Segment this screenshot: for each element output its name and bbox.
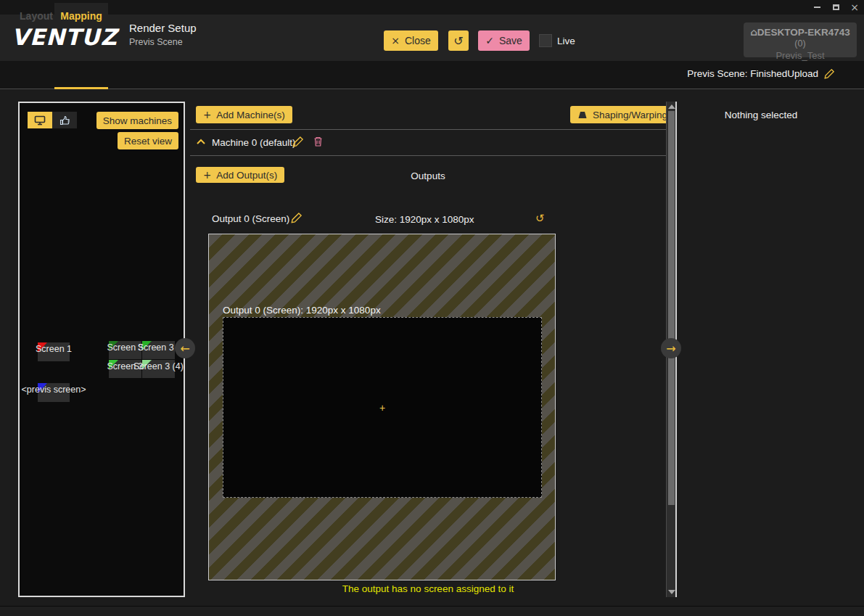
tab-mapping[interactable]: Mapping xyxy=(54,3,108,28)
screen-tile-screen3-d[interactable]: Screen 3 (4) xyxy=(142,360,175,378)
arrow-right-icon: → xyxy=(666,342,675,356)
screen-tile-label: <previs screen> xyxy=(22,385,86,395)
screen-tile-screen1[interactable]: Screen 1 xyxy=(38,342,70,361)
save-button[interactable]: ✓ Save xyxy=(478,30,530,51)
close-window-button[interactable]: × xyxy=(845,0,864,15)
output-size: Size: 1920px x 1080px xyxy=(375,214,474,225)
screen-tile-label: Screen 3 (4) xyxy=(133,361,184,371)
scroll-up-icon[interactable] xyxy=(668,104,675,109)
keystone-icon xyxy=(577,110,588,120)
page-subtitle: Previs Scene xyxy=(129,37,183,47)
scroll-down-icon[interactable] xyxy=(668,590,675,594)
outputs-section-title: Outputs xyxy=(190,171,666,181)
window-titlebar: × xyxy=(0,0,864,15)
monitor-icon xyxy=(34,115,46,126)
pan-left-button[interactable]: ← xyxy=(175,338,195,358)
shaping-warping-label: Shaping/Warping xyxy=(593,110,667,120)
output-warning-message: The output has no screen assigned to it xyxy=(190,583,666,594)
screen-tile-label: Screen 1 xyxy=(36,344,72,354)
machine-status-card[interactable]: ⌂DESKTOP-EKR4743 (0) Previs_Test xyxy=(744,22,857,57)
save-button-label: Save xyxy=(499,35,522,46)
close-icon: × xyxy=(850,2,859,12)
check-icon: ✓ xyxy=(485,35,494,46)
machine-name: Machine 0 (default) xyxy=(212,137,296,148)
edit-scene-icon[interactable] xyxy=(824,68,835,79)
screen-tile-label: Screen 3 ( xyxy=(138,342,180,353)
center-crosshair-icon: + xyxy=(379,402,385,414)
collapse-machine-button[interactable] xyxy=(196,139,206,145)
separator xyxy=(190,155,666,156)
scrollbar-thumb[interactable] xyxy=(668,111,675,505)
output-name: Output 0 (Screen) xyxy=(212,213,289,224)
window-bottom-edge xyxy=(0,606,864,616)
thumbs-up-view-toggle[interactable] xyxy=(52,112,77,128)
machine-count: (0) xyxy=(794,38,805,49)
chevron-up-icon xyxy=(196,139,206,145)
home-icon: ⌂ xyxy=(750,26,757,38)
arrow-left-icon: ← xyxy=(180,342,189,356)
refresh-button[interactable]: ↺ xyxy=(448,30,469,51)
show-machines-button[interactable]: Show machines xyxy=(96,112,178,129)
close-x-icon: × xyxy=(391,35,400,46)
delete-machine-icon[interactable] xyxy=(313,136,324,147)
machine-host: DESKTOP-EKR4743 xyxy=(757,27,850,38)
preview-mode-toggle xyxy=(28,112,77,128)
screen-tile-screen3-b[interactable]: Screen 3 ( xyxy=(142,341,175,359)
scene-banner: Previs Scene: FinishedUpload xyxy=(687,68,835,79)
close-button-label: Close xyxy=(405,35,431,46)
maximize-button[interactable] xyxy=(826,0,845,15)
output-screen-rect[interactable]: + xyxy=(223,317,542,498)
scene-banner-text: Previs Scene: FinishedUpload xyxy=(687,68,818,79)
output-mapping-canvas[interactable]: Output 0 (Screen): 1920px x 1080px + xyxy=(208,234,556,580)
reset-view-button[interactable]: Reset view xyxy=(118,132,178,149)
checkbox-icon xyxy=(539,34,552,47)
edit-machine-icon[interactable] xyxy=(292,136,304,147)
output-refresh-icon[interactable]: ↺ xyxy=(535,212,545,225)
edit-output-icon[interactable] xyxy=(291,212,303,223)
machine-host-line: ⌂DESKTOP-EKR4743 (0) xyxy=(744,26,857,49)
add-machines-button[interactable]: + Add Machine(s) xyxy=(196,106,292,123)
thumbs-up-icon xyxy=(59,115,70,126)
minimize-button[interactable] xyxy=(807,0,826,15)
minimize-icon xyxy=(814,7,820,8)
refresh-icon: ↺ xyxy=(453,34,463,48)
pan-right-button[interactable]: → xyxy=(661,338,681,358)
screen-tile-screen3-a[interactable]: Screen 3 xyxy=(109,341,141,359)
add-machines-label: Add Machine(s) xyxy=(216,110,285,120)
machine-scene: Previs_Test xyxy=(744,50,857,61)
tab-layout[interactable]: Layout xyxy=(18,3,54,28)
separator xyxy=(190,129,666,130)
output-canvas-label: Output 0 (Screen): 1920px x 1080px xyxy=(223,305,381,316)
inspector-empty-state: Nothing selected xyxy=(688,110,834,120)
page-title: Render Setup xyxy=(129,22,197,34)
live-checkbox[interactable]: Live xyxy=(539,34,575,47)
screen-preview-panel: Show machines Reset view Screen 1 Screen… xyxy=(18,102,185,597)
screen-tile-previs[interactable]: <previs screen> xyxy=(38,383,70,402)
active-tab-indicator xyxy=(54,87,108,89)
plus-icon: + xyxy=(203,109,211,120)
close-button[interactable]: × Close xyxy=(384,30,438,51)
monitor-view-toggle[interactable] xyxy=(28,112,52,128)
maximize-icon xyxy=(833,4,839,10)
live-label: Live xyxy=(557,36,575,46)
shaping-warping-button[interactable]: Shaping/Warping xyxy=(570,106,675,123)
